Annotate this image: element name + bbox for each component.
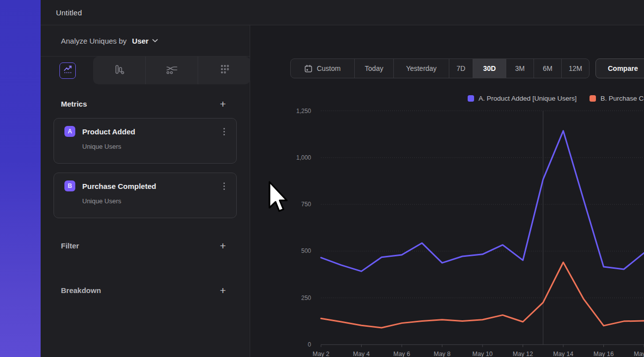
query-builder-panel: Analyze Uniques by User — [41, 25, 250, 357]
chevron-down-icon[interactable] — [152, 39, 158, 43]
range-button-7d[interactable]: 7D — [449, 59, 473, 78]
metric-letter-badge: A — [64, 126, 75, 137]
date-range-bar: CustomTodayYesterday7D30D3M6M12M — [290, 59, 590, 78]
left-gradient-strip — [0, 0, 41, 357]
flow-chart-icon — [165, 63, 179, 77]
metric-menu-kebab-icon[interactable] — [222, 126, 226, 137]
svg-text:May 14: May 14 — [553, 351, 574, 357]
metric-measure[interactable]: Unique Users — [82, 197, 226, 205]
svg-text:0: 0 — [308, 341, 311, 348]
svg-text:500: 500 — [301, 247, 311, 254]
line-chart-icon — [63, 64, 73, 76]
svg-text:May 12: May 12 — [513, 351, 533, 357]
metric-menu-kebab-icon[interactable] — [222, 181, 226, 191]
chart-type-tab-group — [93, 57, 250, 84]
report-title[interactable]: Untitled — [56, 8, 82, 17]
metric-measure[interactable]: Unique Users — [82, 143, 226, 150]
metric-card-a[interactable]: A Product Added Unique Users — [54, 118, 237, 164]
breakdown-title: Breakdown — [61, 286, 101, 295]
filter-title: Filter — [61, 241, 79, 250]
svg-text:May 8: May 8 — [433, 351, 450, 357]
compare-button[interactable]: Compare — [595, 59, 644, 78]
add-filter-button[interactable]: + — [220, 240, 226, 251]
bar-chart-icon — [113, 63, 126, 78]
tab-grid-chart[interactable] — [198, 57, 250, 84]
range-button-yesterday[interactable]: Yesterday — [393, 59, 449, 78]
breakdown-section-header: Breakdown + — [41, 282, 250, 298]
analyze-label: Analyze Uniques by — [61, 37, 127, 45]
grid-dots-icon — [218, 63, 231, 78]
add-breakdown-button[interactable]: + — [220, 285, 226, 296]
tab-line-chart[interactable] — [59, 62, 76, 79]
calendar-icon — [304, 64, 313, 73]
svg-text:750: 750 — [301, 201, 311, 208]
metric-letter-badge: B — [64, 180, 75, 191]
range-button-today[interactable]: Today — [354, 59, 393, 78]
metrics-section-header: Metrics + — [41, 95, 250, 112]
range-button-3m[interactable]: 3M — [506, 59, 534, 78]
svg-text:May 2: May 2 — [313, 351, 329, 357]
metrics-title: Metrics — [61, 100, 87, 108]
metric-card-b[interactable]: B Purchase Completed Unique Users — [54, 173, 237, 218]
tab-bar-chart[interactable] — [93, 57, 145, 84]
range-button-12m[interactable]: 12M — [561, 59, 589, 78]
filter-section-header: Filter + — [41, 237, 250, 254]
svg-text:May 10: May 10 — [473, 351, 493, 357]
svg-text:250: 250 — [301, 295, 311, 301]
svg-text:May 16: May 16 — [593, 351, 614, 357]
analyze-row: Analyze Uniques by User — [41, 25, 250, 57]
svg-text:1,250: 1,250 — [296, 108, 311, 115]
metric-name[interactable]: Purchase Completed — [82, 182, 222, 190]
analytics-app: { "window": { "title": "Untitled" }, "si… — [0, 0, 644, 357]
tab-flow-chart[interactable] — [145, 57, 198, 84]
svg-text:1,000: 1,000 — [296, 154, 311, 161]
range-button-30d[interactable]: 30D — [473, 59, 506, 78]
chart-type-tabs — [41, 57, 250, 84]
range-button-custom[interactable]: Custom — [291, 59, 354, 78]
add-metric-button[interactable]: + — [220, 99, 226, 109]
analyze-value-dropdown[interactable]: User — [132, 37, 149, 45]
top-bar: Untitled — [41, 0, 644, 25]
range-button-6m[interactable]: 6M — [534, 59, 561, 78]
svg-text:May 18: May 18 — [634, 351, 644, 357]
svg-text:May 6: May 6 — [393, 351, 410, 357]
line-chart[interactable]: 02505007501,0001,250May 2May 4May 6May 8… — [250, 84, 644, 357]
metric-name[interactable]: Product Added — [82, 127, 222, 136]
svg-text:May 4: May 4 — [353, 351, 370, 357]
